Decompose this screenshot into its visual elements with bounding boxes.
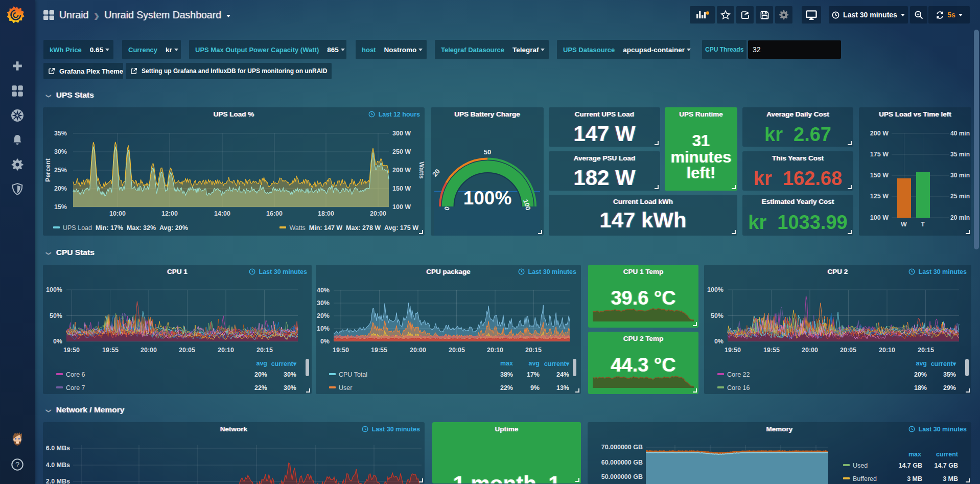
svg-text:10:00: 10:00: [109, 210, 126, 217]
svg-text:W: W: [901, 221, 907, 228]
svg-text:35 min: 35 min: [950, 151, 970, 158]
svg-text:200 W: 200 W: [870, 130, 889, 137]
svg-text:20:05: 20:05: [449, 347, 465, 354]
svg-text:20:00: 20:00: [802, 347, 818, 354]
svg-text:20:05: 20:05: [179, 347, 195, 354]
svg-text:30%: 30%: [54, 148, 67, 155]
svg-text:20%: 20%: [317, 312, 330, 319]
svg-text:20:15: 20:15: [525, 347, 542, 354]
svg-text:25 min: 25 min: [950, 193, 970, 200]
svg-text:60.000000 GB: 60.000000 GB: [601, 459, 643, 466]
svg-text:25%: 25%: [54, 167, 67, 174]
svg-text:50.000000 GB: 50.000000 GB: [601, 473, 643, 480]
svg-text:0%: 0%: [53, 338, 62, 345]
svg-text:175 W: 175 W: [870, 151, 889, 158]
svg-text:16:00: 16:00: [266, 210, 283, 217]
svg-text:20%: 20%: [54, 185, 67, 192]
svg-text:35%: 35%: [54, 130, 67, 137]
svg-text:15%: 15%: [54, 203, 67, 211]
svg-text:125 W: 125 W: [870, 193, 889, 200]
svg-text:19:50: 19:50: [333, 347, 349, 354]
svg-text:?: ?: [15, 460, 19, 469]
svg-text:19:55: 19:55: [763, 347, 780, 354]
svg-text:19:50: 19:50: [725, 347, 741, 354]
svg-text:20:00: 20:00: [370, 210, 386, 217]
svg-text:20:00: 20:00: [410, 347, 426, 354]
svg-text:30%: 30%: [317, 299, 330, 307]
svg-text:50%: 50%: [711, 312, 724, 319]
svg-text:20:10: 20:10: [879, 347, 895, 354]
svg-text:20:15: 20:15: [256, 347, 273, 354]
svg-text:250 W: 250 W: [392, 148, 411, 155]
svg-text:2.0 MBs: 2.0 MBs: [46, 478, 70, 484]
svg-text:50: 50: [484, 148, 491, 156]
svg-text:20:00: 20:00: [141, 347, 157, 354]
svg-text:12:00: 12:00: [161, 210, 178, 217]
svg-text:20:10: 20:10: [487, 347, 503, 354]
svg-text:300 W: 300 W: [392, 130, 411, 137]
svg-text:19:50: 19:50: [63, 347, 80, 354]
svg-text:20: 20: [431, 168, 441, 178]
svg-text:100 W: 100 W: [870, 214, 889, 221]
svg-text:70.000000 GB: 70.000000 GB: [601, 444, 643, 451]
svg-text:14:00: 14:00: [214, 210, 230, 217]
svg-text:6.0 MBs: 6.0 MBs: [46, 445, 70, 452]
svg-text:20:10: 20:10: [218, 347, 234, 354]
svg-text:40%: 40%: [317, 287, 330, 294]
svg-text:100%: 100%: [463, 188, 512, 209]
svg-text:10%: 10%: [317, 325, 330, 332]
svg-text:20 min: 20 min: [950, 214, 970, 221]
svg-text:100%: 100%: [46, 286, 62, 293]
svg-text:Watts: Watts: [418, 162, 425, 179]
svg-text:150 W: 150 W: [392, 185, 411, 192]
svg-text:0%: 0%: [320, 338, 330, 345]
svg-text:200 W: 200 W: [392, 167, 411, 174]
svg-text:19:55: 19:55: [102, 347, 119, 354]
svg-text:T: T: [921, 221, 925, 228]
svg-text:20:15: 20:15: [918, 347, 934, 354]
svg-text:100%: 100%: [707, 286, 724, 293]
svg-text:40 min: 40 min: [950, 130, 970, 137]
svg-text:30 min: 30 min: [950, 172, 970, 179]
svg-text:19:55: 19:55: [371, 347, 387, 354]
svg-text:4.0 MBs: 4.0 MBs: [46, 462, 70, 469]
svg-text:150 W: 150 W: [870, 172, 889, 179]
svg-text:Percent: Percent: [44, 158, 52, 182]
svg-text:100 W: 100 W: [392, 203, 411, 211]
svg-text:20:05: 20:05: [840, 347, 856, 354]
svg-text:18:00: 18:00: [318, 210, 334, 217]
svg-text:0%: 0%: [714, 338, 724, 345]
svg-text:50%: 50%: [50, 312, 62, 319]
